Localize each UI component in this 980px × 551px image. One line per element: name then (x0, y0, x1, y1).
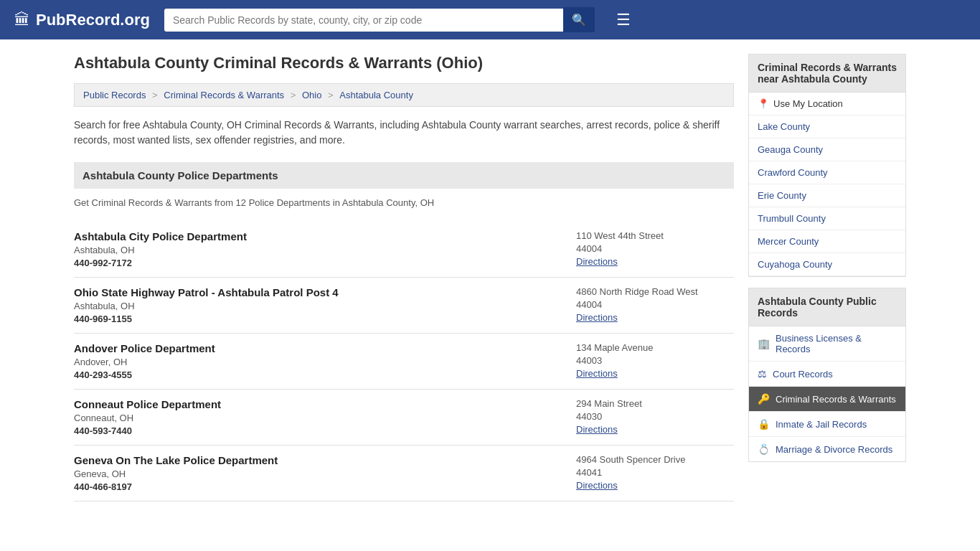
nearby-county-item[interactable]: Crawford County (749, 161, 905, 184)
dept-info: Geneva On The Lake Police Department Gen… (74, 454, 562, 492)
public-records-list: 🏢 Business Licenses & Records ⚖ Court Re… (748, 326, 906, 462)
nearby-county-item[interactable]: Trumbull County (749, 207, 905, 230)
breadcrumb-sep-3: > (328, 90, 336, 100)
record-link-label: Business Licenses & Records (776, 333, 897, 354)
breadcrumb-link-public-records[interactable]: Public Records (83, 90, 146, 100)
use-my-location-item[interactable]: 📍 Use My Location (749, 93, 905, 116)
logo-icon: 🏛 (14, 11, 30, 29)
record-link-label: Marriage & Divorce Records (776, 444, 892, 455)
nearby-list: 📍 Use My Location Lake CountyGeauga Coun… (748, 93, 906, 277)
dept-zip: 44003 (576, 355, 734, 366)
dept-address-block: 134 Maple Avenue 44003 Directions (576, 342, 734, 380)
dept-phone: 440-593-7440 (74, 425, 562, 436)
search-icon: 🔍 (572, 14, 586, 26)
dept-city: Ashtabula, OH (74, 245, 562, 255)
record-link-label: Criminal Records & Warrants (776, 394, 896, 405)
record-icon: ⚖ (758, 368, 767, 380)
record-link-item[interactable]: 🔒 Inmate & Jail Records (749, 412, 905, 437)
departments-section-header: Ashtabula County Police Departments (74, 162, 734, 189)
record-link-label: Court Records (773, 369, 833, 380)
directions-link[interactable]: Directions (576, 312, 618, 323)
dept-address-block: 4860 North Ridge Road West 44004 Directi… (576, 286, 734, 324)
dept-info: Andover Police Department Andover, OH 44… (74, 342, 562, 380)
dept-city: Conneaut, OH (74, 413, 562, 423)
department-entry: Ohio State Highway Patrol - Ashtabula Pa… (74, 278, 734, 334)
department-entry: Geneva On The Lake Police Department Gen… (74, 446, 734, 501)
record-icon: 🏢 (758, 338, 770, 349)
dept-city: Andover, OH (74, 357, 562, 367)
nearby-county-item[interactable]: Lake County (749, 116, 905, 138)
dept-address-block: 110 West 44th Street 44004 Directions (576, 230, 734, 268)
directions-link[interactable]: Directions (576, 256, 618, 267)
page-description: Search for free Ashtabula County, OH Cri… (74, 118, 734, 148)
dept-info: Ohio State Highway Patrol - Ashtabula Pa… (74, 286, 562, 324)
dept-name: Conneaut Police Department (74, 398, 562, 410)
dept-name: Geneva On The Lake Police Department (74, 454, 562, 466)
search-input[interactable] (164, 9, 563, 32)
dept-street: 294 Main Street (576, 398, 734, 409)
search-button[interactable]: 🔍 (563, 7, 595, 32)
record-icon: 🔑 (758, 393, 770, 405)
dept-zip: 44030 (576, 411, 734, 422)
nearby-county-item[interactable]: Erie County (749, 184, 905, 207)
dept-zip: 44004 (576, 299, 734, 310)
logo-text: PubRecord.org (36, 11, 150, 29)
record-link-item[interactable]: 🏢 Business Licenses & Records (749, 326, 905, 362)
department-entry: Andover Police Department Andover, OH 44… (74, 334, 734, 390)
main-container: Ashtabula County Criminal Records & Warr… (60, 54, 920, 501)
use-my-location-label: Use My Location (773, 98, 843, 109)
dept-info: Ashtabula City Police Department Ashtabu… (74, 230, 562, 268)
dept-street: 134 Maple Avenue (576, 342, 734, 353)
dept-city: Geneva, OH (74, 468, 562, 479)
site-header: 🏛 PubRecord.org 🔍 ☰ (0, 0, 980, 39)
nearby-counties-list: Lake CountyGeauga CountyCrawford CountyE… (749, 116, 905, 276)
record-link-item[interactable]: 🔑 Criminal Records & Warrants (749, 387, 905, 412)
directions-link[interactable]: Directions (576, 368, 618, 379)
dept-zip: 44004 (576, 243, 734, 254)
nearby-section-title: Criminal Records & Warrants near Ashtabu… (748, 54, 906, 93)
nearby-county-item[interactable]: Geauga County (749, 138, 905, 161)
breadcrumb-link-ohio[interactable]: Ohio (302, 90, 321, 100)
record-icon: 🔒 (758, 418, 770, 430)
content-area: Ashtabula County Criminal Records & Warr… (74, 54, 734, 501)
dept-name: Ashtabula City Police Department (74, 230, 562, 242)
dept-phone: 440-466-8197 (74, 481, 562, 492)
record-link-item[interactable]: ⚖ Court Records (749, 362, 905, 387)
dept-phone: 440-969-1155 (74, 314, 562, 324)
menu-button[interactable]: ☰ (616, 11, 631, 29)
record-link-label: Inmate & Jail Records (776, 419, 867, 430)
breadcrumb-link-criminal-records[interactable]: Criminal Records & Warrants (164, 90, 284, 100)
departments-count: Get Criminal Records & Warrants from 12 … (74, 194, 734, 211)
department-entry: Conneaut Police Department Conneaut, OH … (74, 390, 734, 446)
breadcrumb-sep-1: > (152, 90, 160, 100)
directions-link[interactable]: Directions (576, 424, 618, 435)
sidebar: Criminal Records & Warrants near Ashtabu… (748, 54, 906, 501)
site-logo[interactable]: 🏛 PubRecord.org (14, 11, 150, 29)
dept-street: 4964 South Spencer Drive (576, 454, 734, 465)
departments-list: Ashtabula City Police Department Ashtabu… (74, 222, 734, 501)
dept-zip: 44041 (576, 467, 734, 478)
dept-address-block: 294 Main Street 44030 Directions (576, 398, 734, 436)
dept-street: 4860 North Ridge Road West (576, 286, 734, 297)
record-link-item[interactable]: 💍 Marriage & Divorce Records (749, 437, 905, 461)
nearby-county-item[interactable]: Cuyahoga County (749, 253, 905, 276)
dept-name: Ohio State Highway Patrol - Ashtabula Pa… (74, 286, 562, 298)
location-pin-icon: 📍 (758, 98, 769, 109)
nearby-county-item[interactable]: Mercer County (749, 230, 905, 253)
dept-info: Conneaut Police Department Conneaut, OH … (74, 398, 562, 436)
dept-city: Ashtabula, OH (74, 301, 562, 311)
public-records-section-title: Ashtabula County Public Records (748, 288, 906, 326)
breadcrumb: Public Records > Criminal Records & Warr… (74, 83, 734, 107)
page-title: Ashtabula County Criminal Records & Warr… (74, 54, 734, 72)
hamburger-icon: ☰ (616, 11, 631, 29)
dept-address-block: 4964 South Spencer Drive 44041 Direction… (576, 454, 734, 492)
record-icon: 💍 (758, 443, 770, 455)
breadcrumb-link-ashtabula[interactable]: Ashtabula County (339, 90, 413, 100)
breadcrumb-sep-2: > (291, 90, 298, 100)
dept-street: 110 West 44th Street (576, 230, 734, 241)
directions-link[interactable]: Directions (576, 480, 618, 491)
dept-phone: 440-293-4555 (74, 369, 562, 380)
department-entry: Ashtabula City Police Department Ashtabu… (74, 222, 734, 278)
dept-name: Andover Police Department (74, 342, 562, 354)
search-bar: 🔍 (164, 7, 595, 32)
